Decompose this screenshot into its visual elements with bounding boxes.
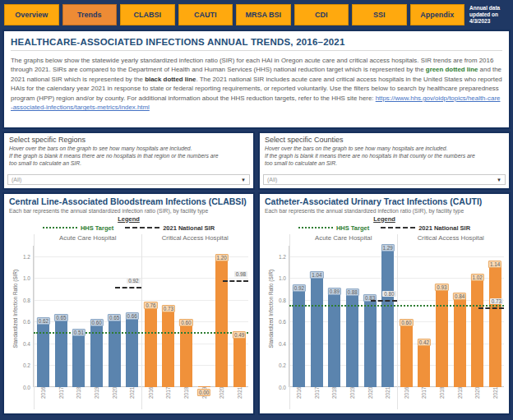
clabsi-legend-link[interactable]: Legend [9, 215, 248, 223]
bar-value-label: 0.89 [328, 288, 341, 295]
bar-value-label: 0.60 [179, 319, 192, 326]
intro-text: The graphs below show the statewide year… [11, 56, 502, 113]
bar-value-label: 0.84 [453, 293, 466, 300]
bar-2018[interactable]: 0.60 [180, 246, 192, 387]
bar-value-label: 0.65 [108, 314, 121, 321]
x-axis-spacer [17, 387, 34, 409]
bar-2020[interactable]: 1.20 [215, 246, 228, 387]
bar-2021[interactable]: 1.29 [381, 246, 394, 387]
tab-appendix[interactable]: Appendix [410, 4, 465, 25]
x-labels-acute-care-hospital: 201620172018201920202021 [34, 387, 141, 409]
y-tick-label: 0.2 [23, 362, 30, 368]
bar-rect [55, 316, 67, 387]
page-title: HEALTHCARE-ASSOCIATED INFECTIONS ANNUAL … [11, 35, 502, 51]
region-filter-dropdown[interactable]: (All) ▼ [7, 174, 250, 185]
bar-2017[interactable]: 1.04 [311, 246, 323, 387]
tab-ssi[interactable]: SSI [352, 4, 407, 25]
x-tick-label-2016: 2016 [37, 387, 49, 409]
clabsi-chart-subtitle: Each bar represents the annual standardi… [9, 208, 248, 214]
cauti-legend-link[interactable]: Legend [265, 215, 504, 223]
bar-rect [400, 321, 413, 386]
bar-2017[interactable]: 0.65 [55, 246, 67, 387]
bar-2019[interactable]: 0.60 [90, 246, 103, 387]
national-sir-value-label: 0.98 [234, 271, 247, 277]
bar-2016[interactable]: 0.62 [37, 246, 49, 387]
y-tick-label: 0.0 [279, 384, 286, 390]
clabsi-chart-body: Standardized Infection Ratio (SIR)Acute … [9, 234, 248, 412]
bar-2019[interactable]: 0.88 [346, 246, 358, 387]
y-tick-label: 0.6 [23, 319, 30, 325]
county-note-line-2: If the graph is blank it means there are… [265, 152, 504, 159]
bar-value-label: 1.02 [470, 274, 483, 281]
x-tick-label-2018: 2018 [436, 387, 448, 409]
cauti-y-axis: 0.00.20.40.60.81.01.2 [273, 246, 289, 387]
bar-2016[interactable]: 0.92 [293, 246, 305, 387]
county-filter-dropdown[interactable]: (All) ▼ [263, 174, 506, 185]
bar-2021[interactable]: 0.66 [126, 246, 138, 387]
bar-rect [215, 256, 228, 387]
bar-2021[interactable]: 1.14 [489, 246, 501, 387]
bar-value-label: 1.04 [310, 271, 323, 279]
x-tick-label-2016: 2016 [145, 387, 157, 409]
y-tick-label: 1.2 [279, 253, 286, 259]
cauti-plot-area: Acute Care HospitalCritical Access Hospi… [273, 234, 504, 412]
facet-critical-access-hospital: 0.600.420.930.841.021.140.73 [397, 246, 505, 387]
x-labels-critical-access-hospital: 201620172018201920202021 [397, 387, 505, 409]
bar-rect [293, 287, 305, 387]
chevron-down-icon: ▼ [241, 178, 246, 182]
cauti-chart-panel: Catheter-Associated Urinary Tract Infect… [258, 192, 511, 415]
y-tick-label: 0.4 [279, 340, 286, 346]
bar-2018[interactable]: 0.93 [436, 246, 448, 387]
x-labels-acute-care-hospital: 201620172018201920202021 [289, 387, 397, 409]
bar-2017[interactable]: 0.73 [162, 246, 174, 387]
bar-2017[interactable]: 0.42 [418, 246, 430, 387]
y-tick-label: 0.6 [279, 319, 286, 325]
cauti-plot-row: 0.00.20.40.60.81.01.20.921.040.890.880.8… [273, 246, 504, 387]
update-note: Annual data updated on 4/3/2023 [468, 4, 511, 25]
bar-2021[interactable]: 0.49 [233, 246, 246, 387]
tab-clabsi[interactable]: CLABSI [120, 4, 175, 25]
bar-2016[interactable]: 0.60 [400, 246, 413, 387]
tab-trends[interactable]: Trends [62, 4, 118, 25]
bar-rect [364, 297, 377, 387]
national-sir-legend-item: 2021 National SIR [381, 224, 470, 232]
national-sir-legend-item: 2021 National SIR [125, 224, 215, 232]
bar-rect [37, 320, 49, 387]
tab-cauti[interactable]: CAUTI [178, 4, 233, 25]
y-tick-label: 1.0 [279, 275, 286, 281]
facet-header-critical-access-hospital: Critical Access Hospital [141, 234, 249, 246]
tab-mrsa-bsi[interactable]: MRSA BSI [236, 4, 291, 25]
y-tick-label: 1.2 [23, 253, 30, 259]
tab-overview[interactable]: Overview [4, 4, 59, 25]
x-tick-label-2018: 2018 [328, 387, 340, 409]
national-sir-reference-line [371, 300, 396, 302]
bar-2019[interactable]: 0.00 [198, 246, 210, 387]
region-note-line-1: Hover over the bars on the graph to see … [9, 145, 248, 152]
county-filter-value: (All) [267, 177, 497, 182]
green-dotted-line-label: green dotted line [426, 66, 478, 73]
hhs-target-legend-item: HHS Target [43, 224, 113, 232]
bar-2020[interactable]: 1.02 [471, 246, 483, 387]
bar-rect [162, 307, 174, 387]
tab-cdi[interactable]: CDI [294, 4, 349, 25]
bar-2020[interactable]: 0.83 [364, 246, 377, 387]
national-sir-legend-label: 2021 National SIR [418, 224, 470, 232]
clabsi-x-axis: 2016201720182019202020212016201720182019… [17, 387, 248, 409]
bar-2018[interactable]: 0.51 [72, 246, 85, 387]
x-tick-label-2017: 2017 [311, 387, 323, 409]
clabsi-chart-title: Central Line-Associated Bloodstream Infe… [9, 197, 248, 207]
clabsi-plot-row: 0.00.20.40.60.81.01.20.620.650.510.600.6… [17, 246, 248, 387]
bar-value-label: 0.49 [233, 331, 246, 339]
chevron-down-icon: ▼ [497, 178, 501, 182]
bar-2016[interactable]: 0.76 [145, 246, 157, 387]
bar-rect [489, 263, 501, 387]
y-tick-label: 0.8 [23, 297, 30, 302]
x-tick-label-2019: 2019 [454, 387, 466, 409]
bar-2020[interactable]: 0.65 [109, 246, 121, 387]
x-tick-label-2021: 2021 [126, 387, 138, 409]
intro-panel: HEALTHCARE-ASSOCIATED INFECTIONS ANNUAL … [2, 30, 511, 129]
bar-value-label: 0.93 [435, 284, 448, 291]
y-axis-header-spacer [273, 234, 289, 246]
bar-2019[interactable]: 0.84 [454, 246, 466, 387]
bar-2018[interactable]: 0.89 [328, 246, 340, 387]
